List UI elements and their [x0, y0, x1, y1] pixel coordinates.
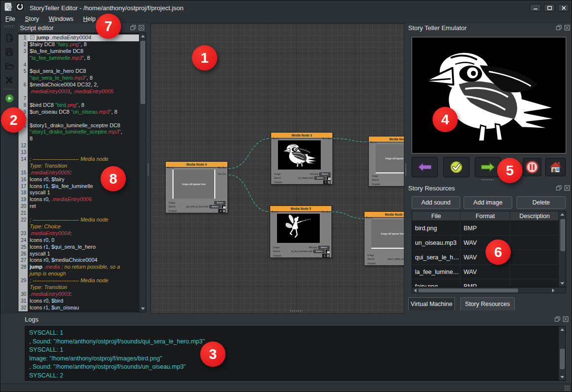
lock-icon[interactable] — [327, 176, 330, 180]
code-line[interactable]: 32lcons r1, $un_oiseau — [18, 305, 139, 311]
code-line[interactable]: 31lcons r0, $bird — [18, 298, 139, 305]
run-button[interactable] — [2, 92, 16, 104]
code-line[interactable]: 3$la_fee_luminelle DC8 — [18, 48, 139, 55]
outputs-spinbox[interactable]: 1 — [323, 180, 330, 184]
scroll-up-arrow[interactable] — [139, 33, 146, 39]
lock-icon[interactable] — [222, 205, 225, 208]
media-node[interactable]: Media Node 2Port InImage will appear her… — [368, 136, 404, 187]
scroll-right-arrow[interactable] — [550, 288, 556, 293]
new-file-button[interactable] — [2, 32, 16, 44]
float-panel-icon[interactable] — [555, 185, 562, 191]
save-button[interactable] — [2, 46, 16, 58]
media-node[interactable]: Media Node 5Port InPort OutImagefairy.pn… — [270, 205, 332, 258]
code-line[interactable]: .mediaEntry0003, .mediaEntry0005 — [18, 88, 139, 95]
table-cell[interactable] — [510, 265, 559, 279]
code-line[interactable]: 30.mediaEntry0003: — [18, 291, 139, 298]
table-horizontal-scrollbar[interactable] — [412, 287, 566, 293]
code-line[interactable]: Type: Transition — [18, 284, 139, 291]
close-panel-icon[interactable] — [138, 24, 144, 31]
select-button[interactable]: Select — [313, 250, 325, 253]
code-line[interactable]: 8 — [18, 136, 139, 142]
code-line[interactable]: 12 — [18, 142, 139, 149]
minimize-button[interactable] — [530, 4, 541, 12]
code-line[interactable]: 7 — [18, 95, 139, 102]
code-line[interactable]: 24lcons r0, 0 — [18, 237, 139, 244]
table-cell[interactable]: BMP — [461, 279, 510, 287]
column-header-description[interactable]: Description — [510, 211, 559, 221]
code-line[interactable]: 1jump .mediaEntry0004 — [18, 34, 139, 41]
media-node[interactable]: Media Node 6Port InImage will appear her… — [364, 211, 404, 266]
table-cell[interactable]: fairy.png — [412, 279, 461, 287]
scroll-down-arrow[interactable] — [139, 306, 146, 312]
code-line[interactable]: 13 — [18, 149, 139, 156]
splitter-left[interactable] — [146, 23, 150, 314]
table-cell[interactable] — [510, 221, 559, 236]
float-panel-icon[interactable] — [554, 316, 560, 322]
code-line[interactable]: 26syscall 1 — [18, 251, 139, 257]
table-cell[interactable] — [510, 279, 559, 287]
select-button[interactable]: Select — [214, 201, 225, 205]
code-line[interactable]: 21 — [18, 210, 139, 217]
titlebar[interactable]: StoryTeller Editor - /home/anthony/ostpr… — [0, 0, 572, 15]
script-code-editor[interactable]: 1jump .mediaEntry00042$fairy DC8 "fairy.… — [18, 33, 146, 312]
panel-separator-handle[interactable] — [481, 179, 494, 181]
close-panel-icon[interactable] — [562, 316, 569, 322]
media-node[interactable]: Media Node 3Port InPort OutImagebird.png… — [271, 132, 333, 185]
table-cell[interactable] — [510, 250, 559, 265]
add-image-button[interactable]: Add image — [464, 196, 512, 209]
pause-button[interactable] — [523, 158, 541, 176]
close-panel-icon[interactable] — [564, 24, 570, 31]
scroll-down-arrow[interactable] — [559, 280, 566, 287]
open-button[interactable] — [2, 60, 16, 72]
code-line[interactable]: 9$un_oiseau DC8 "un_oiseau.mp3", 8 — [18, 109, 139, 116]
code-line[interactable]: 5$qui_sera_le_hero DC8 — [18, 68, 139, 75]
scroll-thumb[interactable] — [418, 289, 518, 292]
delete-button[interactable]: Delete — [517, 196, 566, 209]
code-line[interactable]: 11$story1_drako_luminelle_sceptre DC8 — [18, 122, 139, 129]
logs-scrollbar[interactable] — [558, 326, 565, 380]
select-button[interactable]: Select — [314, 176, 326, 180]
lock-icon[interactable] — [326, 250, 329, 253]
table-cell[interactable]: la_fee_lumine… — [412, 265, 461, 279]
code-line[interactable]: 27lcons r0, $mediaChoice0004 — [18, 257, 139, 264]
code-line[interactable]: 19lcons r0, .mediaEntry0006 — [18, 196, 139, 203]
select-button[interactable]: Select — [318, 246, 329, 249]
maximize-button[interactable] — [544, 4, 555, 12]
close-button[interactable] — [558, 4, 569, 12]
float-panel-icon[interactable] — [130, 24, 136, 31]
column-header-file[interactable]: File — [412, 211, 461, 221]
table-cell[interactable] — [510, 236, 559, 250]
tab-story-resources[interactable]: Story Resources — [460, 297, 515, 310]
code-line[interactable]: Type: Choice — [18, 223, 139, 230]
select-button[interactable]: Select — [319, 172, 330, 176]
script-editor-scrollbar[interactable] — [139, 33, 146, 312]
scroll-thumb[interactable] — [560, 219, 565, 251]
scroll-up-arrow[interactable] — [559, 326, 566, 333]
code-line[interactable]: 22; -------------------------- Media nod… — [18, 217, 139, 223]
outputs-spinbox[interactable]: 1 — [322, 254, 329, 257]
scroll-thumb[interactable] — [560, 349, 565, 369]
home-button[interactable] — [545, 158, 566, 176]
close-project-button[interactable] — [2, 74, 16, 86]
menu-file[interactable]: File — [0, 16, 20, 22]
table-cell[interactable]: qui_sera_le_h… — [412, 250, 461, 265]
code-line[interactable]: 4 — [18, 62, 139, 68]
scroll-up-arrow[interactable] — [559, 211, 566, 218]
scroll-thumb[interactable] — [140, 41, 145, 104]
code-line[interactable]: "story1_drako_luminelle_sceptre.mp3", — [18, 129, 139, 136]
code-line[interactable]: 6$mediaChoice0004 DC32, 2, — [18, 82, 139, 88]
select-button[interactable]: Select — [209, 205, 221, 208]
code-line[interactable]: 28jump .media ; no return possible, so a — [18, 264, 139, 271]
toolbar-drag-handle[interactable] — [4, 25, 15, 28]
outputs-spinbox[interactable]: 2 — [218, 209, 225, 213]
table-cell[interactable]: un_oiseau.mp3 — [412, 236, 461, 250]
close-panel-icon[interactable] — [564, 185, 570, 191]
back-button[interactable] — [412, 157, 438, 177]
table-vertical-scrollbar[interactable] — [558, 211, 566, 287]
scroll-left-arrow[interactable] — [412, 288, 418, 293]
code-line[interactable]: "la_fee_luminelle.mp3", 8 — [18, 55, 139, 62]
code-line[interactable]: 23.mediaEntry0004: — [18, 230, 139, 237]
menu-windows[interactable]: Windows — [44, 16, 78, 22]
code-line[interactable]: 14; -------------------------- Media nod… — [18, 156, 139, 163]
code-line[interactable]: "qui_sera_le_hero.mp3", 8 — [18, 75, 139, 82]
